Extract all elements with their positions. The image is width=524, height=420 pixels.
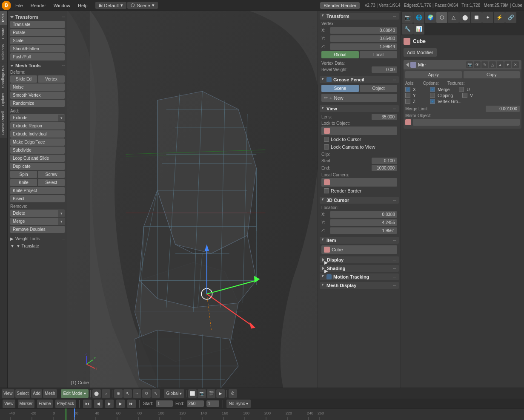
- mirror-obj-field[interactable]: [413, 119, 520, 126]
- timeline-frame-btn[interactable]: Frame: [37, 400, 53, 408]
- u-checkbox[interactable]: [459, 87, 464, 92]
- layer-btn[interactable]: ⬜: [188, 389, 197, 398]
- props-tab-particles[interactable]: ✦: [482, 12, 493, 23]
- item-name-row[interactable]: Cube: [321, 245, 397, 254]
- start-frame-input[interactable]: [156, 400, 173, 407]
- mesh-menu[interactable]: Mesh: [43, 389, 57, 398]
- apply-btn[interactable]: Apply: [405, 71, 462, 78]
- props-tab-constraints[interactable]: 🔗: [505, 12, 516, 23]
- solid-mode-btn[interactable]: ⬤: [92, 389, 101, 398]
- v-checkbox[interactable]: [462, 93, 467, 98]
- axis-z-checkbox[interactable]: [405, 99, 410, 104]
- gp-object-btn[interactable]: Object: [360, 85, 397, 92]
- cz-field[interactable]: [330, 227, 397, 234]
- btn-scale[interactable]: Scale: [10, 37, 65, 44]
- lens-value[interactable]: 35.000: [372, 114, 397, 120]
- btn-randomize[interactable]: Randomize: [10, 100, 65, 107]
- end-value[interactable]: 1000.000: [372, 165, 397, 171]
- render-engine[interactable]: Blender Render: [320, 2, 360, 9]
- add-modifier-btn[interactable]: Add Modifier: [404, 48, 437, 57]
- gp-scene-btn[interactable]: Scene: [321, 85, 359, 92]
- mesh-display-header[interactable]: Mesh Display ···: [320, 282, 399, 289]
- btn-duplicate[interactable]: Duplicate: [10, 163, 65, 170]
- merge-dropdown[interactable]: Merge ▾: [10, 218, 65, 225]
- mod-up-icon[interactable]: ▲: [497, 61, 504, 68]
- z-field[interactable]: [330, 43, 397, 50]
- pivot-btn[interactable]: ⊕: [114, 389, 123, 398]
- shading-section-header[interactable]: ▶ Shading ···: [320, 265, 399, 272]
- timeline-ruler[interactable]: -40 -20 0 20 40 60 80 100 120 140 160 18…: [0, 408, 524, 420]
- lock-camera-checkbox[interactable]: [324, 144, 329, 150]
- render-border-checkbox[interactable]: [324, 188, 329, 193]
- btn-noise[interactable]: Noise: [10, 83, 65, 91]
- scale-tool-btn[interactable]: ⤡: [152, 389, 160, 398]
- workspace-selector[interactable]: ⊞ Default ▾: [95, 2, 127, 9]
- weight-tools-toggle[interactable]: ▶ Weight Tools ···: [10, 236, 65, 241]
- cy-field[interactable]: [330, 219, 397, 226]
- mirror-object-input[interactable]: [405, 119, 520, 126]
- menu-file[interactable]: File: [12, 2, 26, 9]
- mode-selector[interactable]: Edit Mode ▾: [61, 389, 89, 398]
- view-menu[interactable]: View: [2, 389, 14, 398]
- props-tab-camera[interactable]: 📷: [402, 12, 413, 23]
- btn-knife-project[interactable]: Knife Project: [10, 187, 65, 194]
- gp-new-row[interactable]: ✏ + New: [321, 94, 397, 102]
- btn-screw[interactable]: Screw: [38, 171, 65, 178]
- props-tab-data[interactable]: 📊: [413, 23, 424, 35]
- btn-push-pull[interactable]: Push/Pull: [10, 53, 65, 60]
- timeline-btn[interactable]: ⏱: [229, 389, 237, 398]
- btn-extrude-region[interactable]: Extrude Region: [10, 122, 65, 129]
- merge-checkbox[interactable]: [430, 87, 435, 92]
- translate-tool-btn[interactable]: ↔: [133, 389, 141, 398]
- tab-grease-pencil[interactable]: Grease Pencil: [0, 109, 7, 138]
- mod-cage-icon[interactable]: △: [489, 61, 496, 68]
- viewport-3d[interactable]: User Persp: [67, 11, 318, 388]
- btn-loop-cut-slide[interactable]: Loop Cut and Slide: [10, 155, 65, 162]
- menu-help[interactable]: Help: [74, 2, 91, 9]
- next-frame-btn[interactable]: ▶: [116, 400, 125, 408]
- tab-options[interactable]: Options: [0, 90, 7, 109]
- local-btn[interactable]: Local: [360, 51, 397, 58]
- lock-cursor-checkbox[interactable]: [324, 137, 329, 142]
- timeline-playback-btn[interactable]: Playback: [55, 400, 76, 408]
- btn-spin[interactable]: Spin: [10, 171, 37, 178]
- local-camera-input[interactable]: [321, 178, 397, 187]
- prev-frame-btn[interactable]: ◀: [94, 400, 103, 408]
- display-section-header[interactable]: ▶ Display ···: [320, 256, 399, 263]
- game-btn[interactable]: ▶: [216, 389, 225, 398]
- clipping-checkbox[interactable]: [430, 93, 435, 98]
- btn-bisect[interactable]: Bisect: [10, 195, 65, 202]
- sync-dropdown[interactable]: No Sync ▾: [226, 400, 251, 408]
- rotate-tool-btn[interactable]: ↻: [142, 389, 151, 398]
- jump-end-btn[interactable]: ⏭: [127, 400, 136, 408]
- extrude-dropdown[interactable]: Extrude ▾: [10, 114, 65, 121]
- add-menu[interactable]: Add: [31, 389, 42, 398]
- motion-tracking-header[interactable]: Motion Tracking ···: [320, 273, 399, 280]
- right-transform-header[interactable]: Transform ···: [320, 13, 399, 20]
- btn-subdivide[interactable]: Subdivide: [10, 147, 65, 154]
- btn-translate[interactable]: Translate: [10, 21, 65, 28]
- props-tab-object[interactable]: ⬡: [436, 12, 447, 23]
- copy-btn[interactable]: Copy: [464, 71, 520, 78]
- jump-start-btn[interactable]: ⏮: [83, 400, 92, 408]
- item-section-header[interactable]: Item ···: [320, 237, 399, 244]
- tab-create[interactable]: Create: [0, 25, 7, 42]
- btn-slide-edge[interactable]: Slide Ed: [10, 75, 37, 83]
- btn-smooth-vertex[interactable]: Smooth Vertex: [10, 92, 65, 99]
- tab-tools[interactable]: Tools: [0, 11, 7, 25]
- grease-pencil-header[interactable]: Grease Pencil ···: [320, 76, 399, 83]
- mod-close-icon[interactable]: ✕: [512, 61, 519, 68]
- tab-relations[interactable]: Relations: [0, 42, 7, 63]
- x-field[interactable]: [330, 27, 397, 34]
- select-menu[interactable]: Select: [15, 389, 31, 398]
- props-tab-world[interactable]: 🌍: [425, 12, 436, 23]
- wireframe-mode-btn[interactable]: ○: [102, 389, 110, 398]
- props-tab-physics[interactable]: ⚡: [494, 12, 505, 23]
- play-btn[interactable]: ▶: [105, 400, 114, 408]
- lock-to-object-input[interactable]: [321, 127, 397, 135]
- mod-edit-icon[interactable]: ✎: [481, 61, 488, 68]
- btn-vertex[interactable]: Vertex: [38, 75, 65, 83]
- mesh-tools-section-header[interactable]: Mesh Tools ···: [10, 63, 65, 68]
- current-frame-input[interactable]: [206, 400, 219, 407]
- btn-make-edge-face[interactable]: Make Edge/Face: [10, 138, 65, 146]
